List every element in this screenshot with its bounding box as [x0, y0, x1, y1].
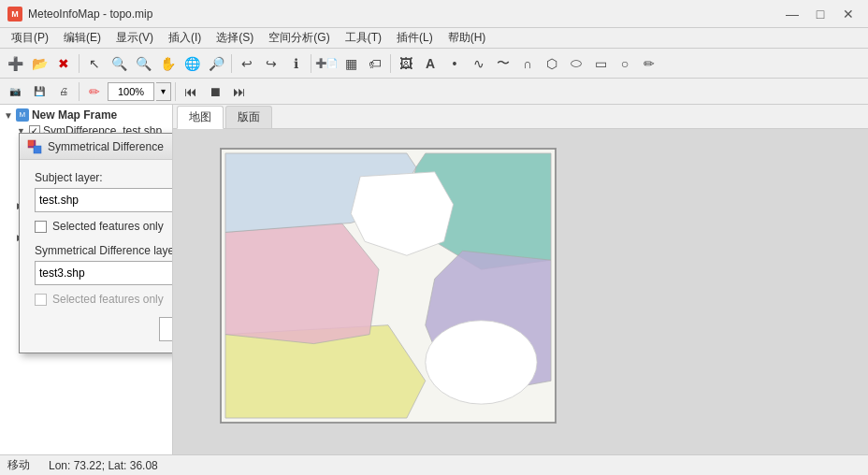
selected-features-1-row: Selected features only: [35, 220, 173, 233]
titlebar-left: M MeteoInfoMap - topo.mip: [7, 7, 152, 22]
svg-rect-1: [34, 146, 41, 153]
dialog-title-left: Symmetrical Difference: [27, 139, 164, 154]
menubar: 项目(P) 编辑(E) 显示(V) 插入(I) 选择(S) 空间分析(G) 工具…: [0, 28, 868, 49]
symdiff-layer-label: Symmetrical Difference layer:: [35, 244, 173, 257]
freehand-button[interactable]: ✏: [638, 52, 660, 75]
subject-layer-label: Subject layer:: [35, 171, 173, 184]
window-controls: — □ ✕: [780, 5, 861, 23]
toolbar2-separator-2: [175, 82, 176, 101]
toolbar-main: ➕ 📂 ✖ ↖ 🔍 🔍 ✋ 🌐 🔎 ↩ ↪ ℹ ➕📄 ▦ 🏷 🖼 A • ∿ 〜…: [0, 49, 868, 79]
select-button[interactable]: ↖: [83, 52, 106, 75]
next-button[interactable]: ⏭: [228, 80, 251, 103]
new-button[interactable]: ➕: [4, 52, 26, 75]
map-panel: 地图 版面: [173, 105, 868, 454]
point-button[interactable]: •: [443, 52, 466, 75]
zoom-out-button[interactable]: 🔍: [132, 52, 154, 75]
status-mode: 移动: [7, 457, 30, 473]
statusbar: 移动 Lon: 73.22; Lat: 36.08: [0, 454, 868, 475]
menu-project[interactable]: 项目(P): [4, 28, 56, 49]
menu-spatial[interactable]: 空间分析(G): [261, 28, 337, 49]
prev-button[interactable]: ⏮: [180, 80, 202, 103]
mapframe-icon: M: [16, 108, 29, 122]
search-button[interactable]: 🔎: [205, 52, 227, 75]
map-svg: [221, 149, 556, 423]
zoom-in-button[interactable]: 🔍: [108, 52, 130, 75]
dialog-apply-row: Apply: [35, 317, 173, 341]
window-title: MeteoInfoMap - topo.mip: [28, 7, 152, 21]
subject-layer-value: test.shp: [39, 194, 79, 207]
dialog-titlebar: Symmetrical Difference ✕: [20, 134, 173, 160]
toolbar-secondary: 📷 💾 🖨 ✏ 100% ▾ ⏮ ⏹ ⏭: [0, 79, 868, 105]
dialog-icon: [27, 139, 42, 154]
polyline-button[interactable]: ∿: [468, 52, 490, 75]
titlebar: M MeteoInfoMap - topo.mip — □ ✕: [0, 0, 868, 28]
ellipse-button[interactable]: ⬭: [565, 52, 587, 75]
open-button[interactable]: 📂: [28, 52, 51, 75]
menu-tools[interactable]: 工具(T): [338, 28, 389, 49]
status-coords: Lon: 73.22; Lat: 36.08: [49, 459, 158, 472]
tab-layout[interactable]: 版面: [225, 106, 272, 128]
zoom-input[interactable]: 100%: [108, 82, 154, 101]
tab-map[interactable]: 地图: [177, 106, 224, 129]
symdiff-layer-value: test3.shp: [39, 266, 85, 280]
shape-pink: [225, 223, 379, 343]
selected-features-2-label: Selected features only: [52, 293, 164, 306]
tb2-btn1[interactable]: 📷: [4, 80, 26, 103]
symdiff-layer-select[interactable]: test3.shp ▾: [35, 261, 173, 285]
layer-panel: ▼ M New Map Frame ▼ ✓ SymDifference_test…: [0, 105, 173, 454]
selected-features-1-checkbox[interactable]: [35, 221, 47, 233]
apply-button[interactable]: Apply: [159, 317, 173, 341]
toolbar2-separator-1: [79, 82, 80, 101]
label-button[interactable]: 🏷: [364, 52, 386, 75]
tb2-btn3[interactable]: 🖨: [52, 80, 75, 103]
text-button[interactable]: A: [419, 52, 441, 75]
tb2-btn2[interactable]: 💾: [28, 80, 51, 103]
svg-rect-2: [34, 140, 36, 146]
attribute-button[interactable]: ▦: [340, 52, 362, 75]
tab-bar: 地图 版面: [173, 105, 868, 129]
tb2-stop[interactable]: ⏹: [204, 80, 226, 103]
minimize-button[interactable]: —: [780, 5, 804, 23]
circle-button[interactable]: ○: [614, 52, 636, 75]
pan-button[interactable]: ✋: [156, 52, 179, 75]
selected-features-2-row: Selected features only: [35, 293, 173, 306]
map-frame-label: New Map Frame: [32, 108, 117, 122]
toolbar-separator-2: [231, 54, 232, 73]
globe-button[interactable]: 🌐: [181, 52, 203, 75]
polygon-button[interactable]: ⬡: [541, 52, 563, 75]
maximize-button[interactable]: □: [808, 5, 832, 23]
rect-button[interactable]: ▭: [589, 52, 612, 75]
curve2-button[interactable]: ∩: [516, 52, 539, 75]
selected-features-1-label: Selected features only: [52, 220, 164, 233]
subject-layer-select[interactable]: test.shp ▾: [35, 188, 173, 212]
symmetrical-difference-dialog: Symmetrical Difference ✕ Subject layer: …: [19, 133, 173, 353]
redo-button[interactable]: ↪: [260, 52, 282, 75]
menu-view[interactable]: 显示(V): [108, 28, 161, 49]
paint-button[interactable]: ✏: [83, 80, 106, 103]
menu-plugins[interactable]: 插件(L): [389, 28, 441, 49]
toolbar-separator-3: [311, 54, 311, 73]
info-button[interactable]: ℹ: [284, 52, 307, 75]
map-frame-header[interactable]: ▼ M New Map Frame: [2, 107, 170, 123]
add-layer-button[interactable]: ➕📄: [315, 52, 338, 75]
menu-insert[interactable]: 插入(I): [161, 28, 209, 49]
toolbar-separator-1: [79, 54, 80, 73]
map-area[interactable]: [173, 129, 868, 454]
map-canvas: [220, 148, 557, 424]
curve-button[interactable]: 〜: [492, 52, 514, 75]
close-window-button[interactable]: ✕: [836, 5, 861, 23]
close-file-button[interactable]: ✖: [52, 52, 75, 75]
menu-edit[interactable]: 编辑(E): [56, 28, 108, 49]
dialog-body: Subject layer: test.shp ▾ Selected featu…: [20, 160, 173, 353]
undo-button[interactable]: ↩: [236, 52, 258, 75]
toolbar-separator-4: [390, 54, 391, 73]
shape-white2: [426, 321, 537, 404]
image-button[interactable]: 🖼: [395, 52, 417, 75]
menu-select[interactable]: 选择(S): [209, 28, 261, 49]
dialog-title-text: Symmetrical Difference: [48, 140, 164, 153]
zoom-dropdown[interactable]: ▾: [156, 82, 171, 101]
menu-help[interactable]: 帮助(H): [441, 28, 494, 49]
svg-rect-3: [28, 146, 34, 148]
selected-features-2-checkbox[interactable]: [35, 294, 47, 306]
expand-icon: ▼: [4, 110, 13, 121]
